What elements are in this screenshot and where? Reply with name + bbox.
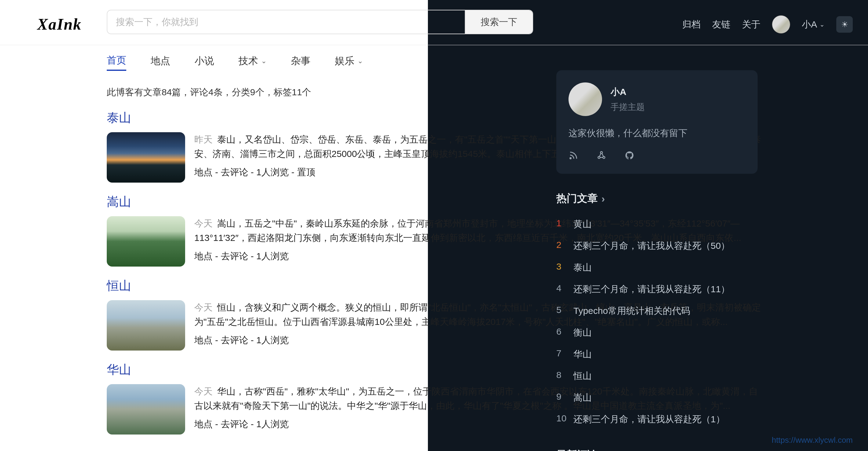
rank-number: 9 bbox=[556, 391, 567, 404]
chevron-right-icon: › bbox=[601, 449, 605, 451]
popular-link[interactable]: 嵩山 bbox=[574, 391, 592, 404]
nav-item[interactable]: 首页 bbox=[107, 54, 126, 71]
search-bar: 搜索一下 bbox=[107, 10, 533, 34]
nav-about[interactable]: 关于 bbox=[742, 18, 760, 31]
rss-icon[interactable] bbox=[568, 150, 578, 162]
popular-articles-title: 热门文章 › bbox=[556, 192, 757, 205]
post-title[interactable]: 嵩山 bbox=[107, 193, 131, 210]
nav-item[interactable]: 娱乐⌄ bbox=[335, 54, 363, 71]
avatar[interactable] bbox=[568, 82, 602, 116]
main-nav: 首页地点小说技术⌄杂事娱乐⌄ bbox=[107, 45, 761, 71]
share-icon[interactable] bbox=[596, 150, 606, 162]
post-date: 今天 bbox=[194, 302, 213, 312]
svg-point-0 bbox=[570, 158, 571, 159]
post-title[interactable]: 泰山 bbox=[107, 109, 131, 126]
popular-item[interactable]: 10还剩三个月命，请让我从容赴死（1） bbox=[556, 408, 757, 430]
popular-link[interactable]: 还剩三个月命，请让我从容赴死（50） bbox=[574, 240, 730, 252]
post-thumbnail[interactable] bbox=[107, 300, 185, 350]
rank-number: 8 bbox=[556, 370, 567, 382]
chevron-down-icon: ⌄ bbox=[819, 21, 825, 28]
search-button[interactable]: 搜索一下 bbox=[465, 10, 532, 34]
popular-item[interactable]: 9嵩山 bbox=[556, 387, 757, 408]
popular-item[interactable]: 6衡山 bbox=[556, 322, 757, 343]
profile-description: 这家伙很懒，什么都没有留下 bbox=[568, 127, 745, 140]
rank-number: 7 bbox=[556, 348, 567, 361]
popular-item[interactable]: 8恒山 bbox=[556, 365, 757, 387]
post-title[interactable]: 恒山 bbox=[107, 277, 131, 294]
rank-number: 1 bbox=[556, 218, 567, 230]
nav-item[interactable]: 小说 bbox=[194, 54, 214, 71]
watermark: https://www.xlycwl.com bbox=[772, 435, 853, 445]
post-title[interactable]: 华山 bbox=[107, 361, 131, 378]
popular-item[interactable]: 2还剩三个月命，请让我从容赴死（50） bbox=[556, 235, 757, 257]
chevron-right-icon: › bbox=[601, 193, 605, 204]
rank-number: 10 bbox=[556, 413, 567, 426]
popular-link[interactable]: 华山 bbox=[574, 348, 592, 361]
rank-number: 5 bbox=[556, 305, 567, 317]
post-thumbnail[interactable] bbox=[107, 384, 185, 434]
popular-link[interactable]: Typecho常用统计相关的代码 bbox=[574, 305, 690, 317]
profile-subtitle: 手搓主题 bbox=[611, 102, 645, 113]
post-thumbnail[interactable] bbox=[107, 132, 185, 182]
popular-link[interactable]: 泰山 bbox=[574, 261, 592, 274]
site-logo[interactable]: XaInk bbox=[37, 15, 82, 33]
popular-item[interactable]: 1黄山 bbox=[556, 214, 757, 235]
popular-link[interactable]: 还剩三个月命，请让我从容赴死（11） bbox=[574, 283, 730, 295]
rank-number: 3 bbox=[556, 261, 567, 274]
popular-item[interactable]: 3泰山 bbox=[556, 257, 757, 279]
rank-number: 2 bbox=[556, 240, 567, 252]
user-menu[interactable]: 小A ⌄ bbox=[802, 18, 825, 31]
popular-link[interactable]: 恒山 bbox=[574, 370, 592, 382]
sun-icon: ☀ bbox=[841, 20, 848, 29]
theme-toggle[interactable]: ☀ bbox=[836, 16, 853, 33]
popular-item[interactable]: 7华山 bbox=[556, 343, 757, 365]
post-date: 今天 bbox=[194, 218, 213, 228]
recent-comments-title: 最新评论 › bbox=[556, 448, 757, 451]
nav-item[interactable]: 技术⌄ bbox=[239, 54, 267, 71]
nav-item[interactable]: 地点 bbox=[151, 54, 170, 71]
nav-item[interactable]: 杂事 bbox=[291, 54, 310, 71]
popular-link[interactable]: 衡山 bbox=[574, 327, 592, 339]
post-date: 今天 bbox=[194, 386, 213, 396]
chevron-down-icon: ⌄ bbox=[261, 57, 267, 65]
rank-number: 6 bbox=[556, 327, 567, 339]
popular-item[interactable]: 4还剩三个月命，请让我从容赴死（11） bbox=[556, 279, 757, 300]
popular-link[interactable]: 黄山 bbox=[574, 218, 592, 230]
nav-archive[interactable]: 归档 bbox=[682, 18, 701, 31]
rank-number: 4 bbox=[556, 283, 567, 295]
nav-links[interactable]: 友链 bbox=[712, 18, 731, 31]
avatar[interactable] bbox=[772, 15, 790, 34]
popular-item[interactable]: 5Typecho常用统计相关的代码 bbox=[556, 300, 757, 322]
search-input[interactable] bbox=[107, 10, 465, 34]
post-date: 昨天 bbox=[194, 134, 213, 144]
post-thumbnail[interactable] bbox=[107, 216, 185, 266]
github-icon[interactable] bbox=[625, 150, 634, 162]
profile-name: 小A bbox=[611, 86, 645, 98]
profile-card: 小A 手搓主题 这家伙很懒，什么都没有留下 bbox=[556, 70, 757, 174]
chevron-down-icon: ⌄ bbox=[358, 57, 363, 65]
popular-link[interactable]: 还剩三个月命，请让我从容赴死（1） bbox=[574, 413, 725, 426]
svg-point-1 bbox=[600, 151, 603, 153]
